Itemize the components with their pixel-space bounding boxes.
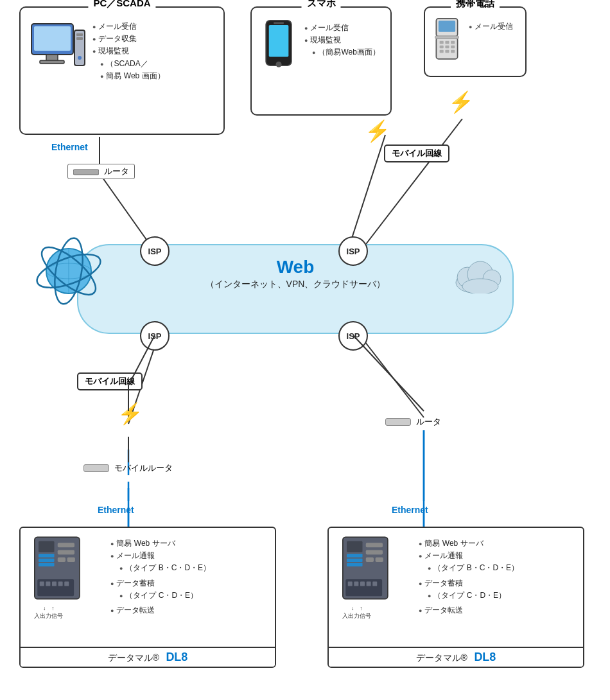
dl8-right-features: 簡易 Web サーバ メール通報 （タイプ B・C・D・E） データ蓄積 （タイ… [419, 538, 519, 617]
svg-rect-28 [440, 46, 444, 48]
dl8l-f2: メール通報 [110, 550, 211, 562]
mobile-router-label: モバイルルータ [114, 462, 173, 474]
svg-text:↓　↑: ↓ ↑ [43, 605, 55, 611]
svg-rect-34 [435, 36, 459, 39]
router-right-area: ルータ [385, 416, 441, 428]
router-right-label: ルータ [416, 416, 441, 428]
pc-feature-1: メール受信 [92, 21, 165, 33]
svg-text:入出力信号: 入出力信号 [342, 613, 371, 619]
dl8-left-features: 簡易 Web サーバ メール通報 （タイプ B・C・D・E） データ蓄積 （タイ… [110, 538, 211, 617]
pc-feature-3c: 簡易 Web 画面） [92, 70, 165, 82]
cloud-icon [455, 258, 506, 296]
mobilephone-box: 携帯電話 メール受信 [424, 6, 527, 77]
svg-rect-69 [64, 582, 69, 586]
svg-rect-56 [39, 541, 55, 553]
smartphone-title: スマホ [307, 0, 336, 8]
pc-feature-3: 現場監視 [92, 45, 165, 57]
mobilephone-title: 携帯電話 [456, 0, 494, 8]
dl8-left-box: ↓ ↑ 入出力信号 簡易 Web サーバ メール通報 （タイプ B・C・D・E）… [19, 527, 276, 668]
isp-bottom-right: ISP [338, 321, 368, 351]
mobilephone-features-list: メール受信 [469, 21, 513, 33]
isp-top-right: ISP [338, 236, 368, 266]
svg-rect-65 [40, 582, 44, 586]
svg-rect-26 [445, 41, 449, 44]
mobile-router-area: モバイルルータ [83, 462, 173, 474]
svg-rect-29 [445, 46, 449, 48]
dl8-right-box: ↓ ↑ 入出力信号 簡易 Web サーバ メール通報 （タイプ B・C・D・E）… [327, 527, 584, 668]
svg-rect-35 [73, 170, 99, 175]
svg-line-2 [350, 135, 385, 244]
svg-rect-63 [67, 557, 75, 562]
lightning-left-bottom: ⚡ [118, 401, 143, 426]
web-subtitle: （インターネット、VPN、クラウドサーバ） [78, 279, 512, 290]
dl8r-f1: 簡易 Web サーバ [419, 538, 519, 550]
dl8l-f4: データ転送 [110, 604, 211, 617]
svg-rect-57 [39, 554, 55, 557]
dl8l-f2b: （タイプ B・C・D・E） [110, 562, 211, 574]
dl8r-f4: データ転送 [419, 604, 519, 617]
svg-rect-82 [348, 582, 353, 586]
svg-rect-68 [58, 582, 63, 586]
svg-rect-83 [354, 582, 358, 586]
sp-feature-2b: （簡易Web画面） [304, 46, 380, 58]
svg-rect-80 [376, 557, 383, 562]
svg-rect-66 [46, 582, 50, 586]
globe-icon [33, 236, 104, 309]
dl8r-f2b: （タイプ B・C・D・E） [419, 562, 519, 574]
svg-rect-76 [347, 563, 363, 566]
dl8-right-device-icon: ↓ ↑ 入出力信号 [335, 534, 412, 627]
dl8r-f2: メール通報 [419, 550, 519, 562]
svg-rect-84 [360, 582, 365, 586]
svg-text:入出力信号: 入出力信号 [34, 613, 63, 619]
svg-rect-79 [366, 557, 374, 562]
svg-rect-75 [347, 559, 363, 562]
svg-rect-67 [52, 582, 57, 586]
svg-rect-19 [269, 25, 289, 57]
svg-point-20 [276, 62, 282, 67]
svg-rect-74 [347, 554, 363, 557]
svg-point-17 [78, 56, 82, 60]
mobilephone-icon [431, 17, 462, 65]
svg-rect-86 [372, 582, 377, 586]
svg-point-46 [462, 279, 498, 293]
dl8l-f3: データ蓄積 [110, 577, 211, 590]
svg-rect-77 [366, 543, 383, 547]
dl8-left-device-icon: ↓ ↑ 入出力信号 [27, 534, 104, 627]
smartphone-box: スマホ メール受信 現場監視 （簡易Web画面） [250, 6, 392, 116]
smartphone-features-list: メール受信 現場監視 （簡易Web画面） [304, 22, 380, 59]
mp-feature-1: メール受信 [469, 21, 513, 33]
svg-rect-16 [76, 37, 83, 40]
svg-rect-85 [367, 582, 371, 586]
dl8-right-label: データマル® DL8 [329, 647, 583, 667]
svg-text:↓　↑: ↓ ↑ [351, 605, 363, 611]
dl8l-f3b: （タイプ C・D・E） [110, 590, 211, 602]
svg-rect-30 [451, 46, 455, 48]
ethernet-label-right: Ethernet [392, 504, 428, 516]
pc-feature-3b: （SCADA／ [92, 58, 165, 70]
dl8r-f3: データ蓄積 [419, 577, 519, 590]
svg-rect-32 [445, 50, 449, 53]
svg-rect-78 [366, 550, 383, 555]
pc-feature-2: データ収集 [92, 33, 165, 45]
diagram: PC／SCADA メール受信 データ収集 現場監視 （SCADA／ [0, 0, 610, 700]
svg-rect-13 [40, 60, 64, 64]
isp-top-left: ISP [140, 236, 170, 266]
isp-bottom-left: ISP [140, 321, 170, 351]
svg-rect-27 [451, 41, 455, 44]
pc-icon [28, 21, 86, 81]
svg-rect-21 [274, 22, 284, 24]
dl8-left-label: データマル® DL8 [21, 647, 275, 667]
lightning-smartphone: ⚡ [365, 119, 390, 143]
svg-rect-59 [39, 563, 55, 566]
svg-rect-33 [451, 50, 455, 53]
svg-rect-31 [440, 50, 444, 53]
svg-rect-25 [440, 41, 444, 44]
pc-scada-title: PC／SCADA [93, 0, 150, 8]
mobile-router-device [83, 464, 109, 472]
svg-line-5 [363, 339, 424, 417]
lightning-mobilephone: ⚡ [448, 90, 474, 114]
svg-rect-23 [439, 21, 455, 32]
svg-rect-62 [58, 557, 65, 562]
router-right-device [385, 418, 411, 426]
mobile-line-label-top: モバイル回線 [384, 144, 449, 162]
